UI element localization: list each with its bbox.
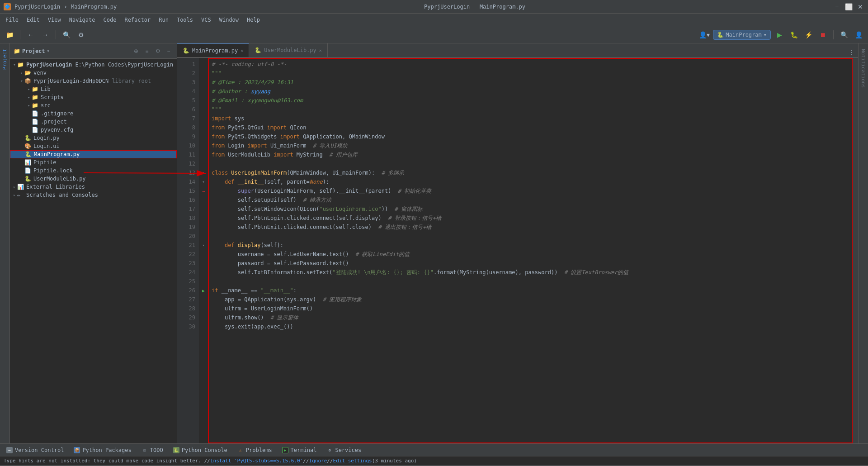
stop-button[interactable]: ⏹ — [817, 29, 829, 41]
editor-scrollbar[interactable] — [853, 58, 858, 443]
line-num-6: 6 — [177, 105, 195, 114]
run-config[interactable]: 🐍 MainProgram ▾ — [713, 30, 771, 40]
code-line-9: from PyQt5.QtWidgets import QApplication… — [208, 132, 853, 141]
tree-item-venv[interactable]: ▸ 📂 venv — [10, 69, 177, 77]
file-tree: ▾ 📁 PyprjUserLogin E:\Python Codes\Pyprj… — [10, 59, 177, 443]
code-line-18: self.PbtnLogin.clicked.connect(self.disp… — [208, 214, 853, 223]
tree-item-loginpy[interactable]: 🐍 Login.py — [10, 134, 177, 142]
menu-help[interactable]: Help — [243, 15, 264, 24]
tree-label-project: .project — [41, 119, 67, 125]
close-button[interactable]: ✕ — [856, 3, 864, 11]
menu-navigate[interactable]: Navigate — [66, 15, 99, 24]
tab-mainprogram-close[interactable]: ✕ — [241, 48, 243, 53]
bottom-tab-versioncontrol[interactable]: ↔ Version Control — [2, 444, 68, 456]
panel-options-button[interactable]: ⚙ — [153, 47, 162, 56]
run-button[interactable]: ▶ — [774, 29, 785, 41]
install-link[interactable]: Install 'PyQt5-stubs==5.15.6.0' — [210, 458, 303, 464]
settings-button[interactable]: ⚙ — [75, 29, 87, 41]
menu-edit[interactable]: Edit — [23, 15, 43, 24]
tree-item-gitignore[interactable]: 📄 .gitignore — [10, 109, 177, 118]
menu-vcs[interactable]: VCS — [198, 15, 215, 24]
toolbar-separator-1 — [20, 30, 20, 39]
menu-window[interactable]: Window — [216, 15, 242, 24]
user-button[interactable]: 👤▾ — [698, 29, 710, 41]
line-num-3: 3 — [177, 78, 195, 87]
bottom-tab-services[interactable]: ⚙ Services — [322, 444, 366, 456]
tree-item-project[interactable]: 📄 .project — [10, 118, 177, 126]
hint-time: (3 minutes ago) — [372, 458, 417, 464]
debug-button[interactable]: 🐛 — [788, 29, 800, 41]
project-view-button[interactable]: 📁 — [4, 29, 15, 41]
menu-view[interactable]: View — [44, 15, 65, 24]
hint-separator-1: // — [303, 458, 309, 464]
line-num-15: 15 — [177, 186, 195, 195]
tree-item-root[interactable]: ▾ 📁 PyprjUserLogin E:\Python Codes\Pyprj… — [10, 61, 177, 69]
panel-minimize-button[interactable]: − — [164, 47, 173, 56]
bottom-tab-todo[interactable]: ☑ TODO — [137, 444, 168, 456]
project-side-tab[interactable]: Project — [0, 43, 9, 75]
tab-usermodulelib[interactable]: 🐍 UserModuleLib.py ✕ — [249, 43, 328, 57]
menu-tools[interactable]: Tools — [173, 15, 197, 24]
forward-button[interactable]: → — [39, 29, 51, 41]
tree-arrow-venv: ▸ — [19, 71, 24, 75]
gutter-27 — [199, 295, 208, 304]
bottom-tab-problems[interactable]: ⚠ Problems — [233, 444, 277, 456]
line-num-27: 27 — [177, 295, 195, 304]
code-content[interactable]: # -*- coding: utf-8 -*- """ # @Time : 20… — [208, 58, 853, 443]
tree-arrow-scratches: ▸ — [12, 193, 17, 197]
line-num-4: 4 — [177, 87, 195, 96]
tab-usermodulelib-close[interactable]: ✕ — [319, 48, 322, 53]
notifications-side-tab[interactable]: Notifications — [859, 43, 868, 93]
line-num-28: 28 — [177, 304, 195, 313]
line-num-10: 10 — [177, 141, 195, 150]
gutter-22 — [199, 250, 208, 259]
code-line-13: class UserLoginMainForm(QMainWindow, Ui_… — [208, 168, 853, 177]
tree-item-scripts[interactable]: ▸ 📁 Scripts — [10, 93, 177, 101]
locate-file-button[interactable]: ⊕ — [132, 47, 141, 56]
collapse-all-button[interactable]: ≡ — [142, 47, 151, 56]
tree-item-pipfilelock[interactable]: 📄 Pipfile.lock — [10, 166, 177, 175]
recent-files-button[interactable]: ⋮ — [847, 48, 856, 57]
tree-item-lib[interactable]: ▸ 📁 Lib — [10, 85, 177, 93]
tree-item-scratches[interactable]: ▸ ✏ Scratches and Consoles — [10, 191, 177, 199]
tree-item-pyvenv[interactable]: 📄 pyvenv.cfg — [10, 126, 177, 134]
bottom-tab-pythonconsole[interactable]: 🐍 Python Console — [169, 444, 232, 456]
edit-settings-link[interactable]: Edit settings — [333, 458, 372, 464]
search-everywhere-button[interactable]: 🔍 — [838, 29, 850, 41]
ignore-link[interactable]: Ignore — [309, 458, 327, 464]
toolbar-right: 👤▾ 🐍 MainProgram ▾ ▶ 🐛 ⚡ ⏹ 🔍 👤 — [698, 29, 864, 41]
run-with-coverage-button[interactable]: ⚡ — [802, 29, 814, 41]
line-num-17: 17 — [177, 204, 195, 214]
line-num-21: 21 — [177, 241, 195, 250]
tree-item-src[interactable]: ▸ 📁 src — [10, 101, 177, 109]
tree-item-lib-root[interactable]: ▾ 📦 PyprjUserLogin-3dHp0DCN library root — [10, 77, 177, 85]
tree-item-mainprogrampy[interactable]: 🐍 MainProgram.py — [10, 150, 177, 158]
tree-arrow-libdir: ▸ — [26, 87, 32, 91]
tab-mainprogram[interactable]: 🐍 MainProgram.py ✕ — [177, 43, 249, 57]
tree-item-extlibs[interactable]: ▸ 📊 External Libraries — [10, 183, 177, 191]
search-button[interactable]: 🔍 — [61, 29, 72, 41]
tree-item-loginui[interactable]: 🎨 Login.ui — [10, 142, 177, 150]
menu-run[interactable]: Run — [155, 15, 172, 24]
toolbar-separator-2 — [56, 30, 56, 39]
back-button[interactable]: ← — [25, 29, 37, 41]
lib-folder-icon: 📁 — [32, 86, 39, 92]
tree-arrow-scripts: ▸ — [26, 95, 32, 100]
tree-item-pipfile[interactable]: 📊 Pipfile — [10, 158, 177, 166]
bottom-tab-terminal[interactable]: ▶ Terminal — [278, 444, 321, 456]
profile-button[interactable]: 👤 — [853, 29, 864, 41]
menu-code[interactable]: Code — [100, 15, 120, 24]
folder-icon: 📁 — [14, 48, 20, 54]
gutter-13: ▾ — [199, 168, 208, 177]
tree-item-usermodulelib[interactable]: 🐍 UserModuleLib.py — [10, 175, 177, 183]
gutter-3 — [199, 78, 208, 87]
bottom-tab-todo-label: TODO — [150, 447, 163, 453]
tree-label-pipfile: Pipfile — [33, 159, 57, 166]
menu-refactor[interactable]: Refactor — [121, 15, 154, 24]
maximize-button[interactable]: ⬜ — [844, 3, 853, 11]
menu-file[interactable]: File — [2, 15, 22, 24]
project-panel: 📁 Project ▾ ⊕ ≡ ⚙ − ▾ 📁 PyprjUserLogin E… — [10, 43, 177, 443]
code-editor: 1 2 3 4 5 6 7 8 9 10 11 12 13 14 15 16 1… — [177, 58, 858, 443]
minimize-button[interactable]: − — [833, 3, 841, 11]
bottom-tab-pythonpackages[interactable]: 📦 Python Packages — [69, 444, 136, 456]
